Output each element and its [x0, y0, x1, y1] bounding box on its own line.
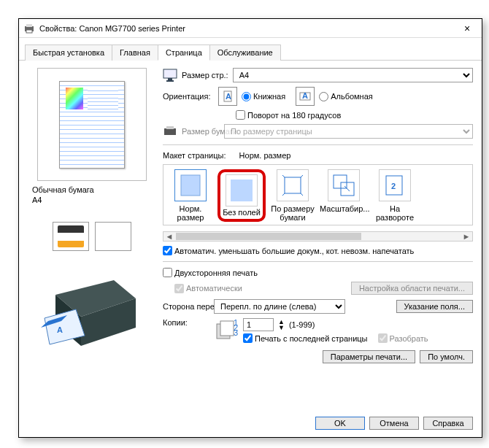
layout-normal[interactable]: Норм. размер [166, 169, 215, 222]
svg-text:A: A [302, 91, 308, 100]
layout-options: Норм. размер Без полей По размеру бумаги… [163, 164, 473, 225]
tab-quick[interactable]: Быстрая установка [25, 45, 112, 61]
duplex-auto-check: Автоматически [174, 284, 242, 293]
svg-rect-9 [163, 69, 177, 78]
binding-select[interactable]: Перепл. по длине (слева) [214, 299, 345, 314]
svg-rect-10 [168, 78, 172, 80]
orientation-portrait[interactable]: Книжная [242, 92, 285, 101]
paper-size-select: По размеру страницы [224, 124, 473, 139]
cancel-button[interactable]: Отмена [369, 417, 419, 430]
tab-page[interactable]: Страница [158, 45, 210, 61]
print-area-button: Настройка области печати... [351, 282, 473, 295]
preview-paper-type: Обычная бумага [28, 181, 94, 196]
landscape-icon: A [296, 87, 315, 106]
ok-button[interactable]: OK [315, 417, 365, 430]
layout-scale[interactable]: Масштабир... [320, 169, 368, 222]
copies-range: (1-999) [289, 320, 315, 329]
window-title: Свойства: Canon MG7700 series Printer [39, 24, 457, 33]
printer-illustration: A [41, 266, 143, 353]
copies-input[interactable] [243, 318, 274, 331]
close-button[interactable]: × [457, 23, 477, 34]
svg-rect-20 [231, 179, 253, 201]
tab-strip: Быстрая установка Главная Страница Обслу… [19, 38, 482, 61]
tab-maintenance[interactable]: Обслуживание [209, 45, 281, 61]
dialog-window: Свойства: Canon MG7700 series Printer × … [18, 18, 482, 438]
page-size-label: Размер стр.: [182, 71, 228, 80]
monitor-icon [163, 69, 177, 82]
svg-rect-11 [166, 80, 174, 82]
layout-borderless[interactable]: Без полей [217, 169, 266, 222]
portrait-icon: A [218, 87, 237, 106]
tray-thumb-2[interactable] [95, 222, 131, 251]
printer-icon [23, 23, 35, 34]
tray-thumb-1[interactable] [53, 222, 89, 251]
preview-pane [37, 68, 147, 181]
layout-current: Норм. размер [239, 151, 291, 160]
svg-text:2: 2 [391, 182, 396, 190]
svg-rect-1 [26, 24, 32, 27]
layout-label: Макет страницы: [163, 151, 226, 160]
tab-main[interactable]: Главная [112, 45, 158, 61]
svg-rect-21 [285, 177, 301, 193]
svg-rect-17 [166, 126, 174, 129]
preview-paper-size: A4 [28, 196, 42, 206]
paper-size-label: Размер бумаги: [182, 127, 220, 136]
titlebar: Свойства: Canon MG7700 series Printer × [19, 19, 482, 38]
layout-fit[interactable]: По размеру бумаги [269, 169, 317, 222]
defaults-button[interactable]: По умолч. [420, 350, 473, 363]
duplex-check[interactable]: Двухсторонняя печать [163, 268, 467, 277]
copies-label: Копии: [163, 318, 209, 327]
auto-reduce-check[interactable]: Автоматич. уменьшать большие докум., кот… [163, 246, 467, 255]
copies-icon: 123 [214, 318, 239, 341]
svg-text:A: A [226, 92, 231, 101]
collate-check: Разобрать [378, 333, 428, 343]
svg-rect-2 [26, 30, 32, 33]
binding-label: Сторона переплета: [163, 302, 209, 311]
svg-rect-27 [220, 321, 234, 336]
orientation-landscape[interactable]: Альбомная [319, 92, 373, 101]
print-params-button[interactable]: Параметры печати... [323, 350, 415, 363]
svg-rect-16 [164, 128, 176, 135]
svg-rect-18 [181, 175, 200, 196]
help-button[interactable]: Справка [423, 417, 473, 430]
layout-nup[interactable]: 2На развороте [371, 169, 419, 222]
layout-scrollbar[interactable]: ◄► [163, 231, 473, 242]
margin-button[interactable]: Указание поля... [396, 300, 473, 313]
rotate-180-check[interactable]: Поворот на 180 градусов [236, 110, 341, 120]
svg-text:3: 3 [234, 328, 238, 337]
print-last-first-check[interactable]: Печать с последней страницы [243, 333, 368, 343]
preview-page [59, 81, 125, 169]
orientation-label: Ориентация: [163, 92, 214, 101]
svg-text:A: A [57, 325, 63, 334]
printer-small-icon [163, 125, 177, 138]
page-size-select[interactable]: A4 [233, 68, 473, 82]
